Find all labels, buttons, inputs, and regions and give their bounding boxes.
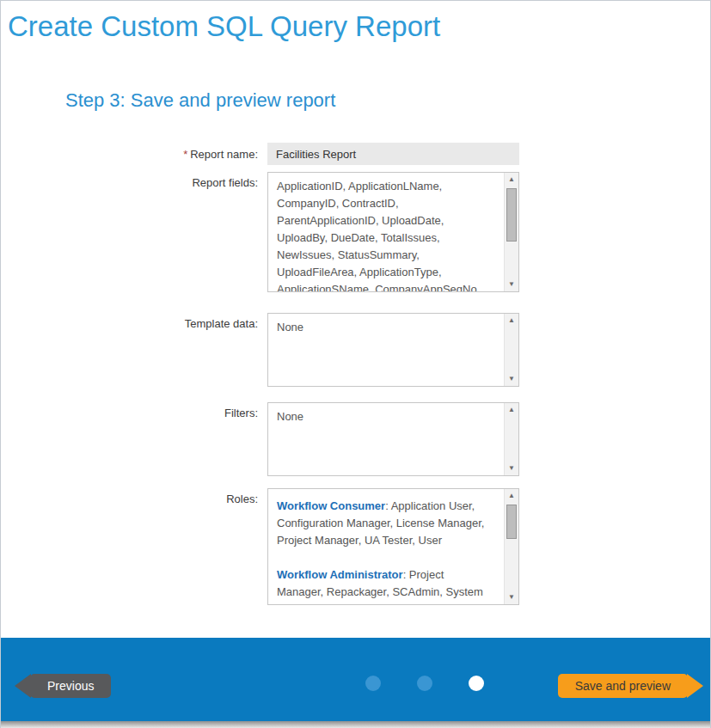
report-name-input[interactable] (267, 143, 519, 165)
roles-label: Roles: (1, 488, 267, 605)
scroll-down-icon[interactable]: ▼ (505, 462, 518, 475)
filters-box[interactable]: None ▲ ▼ (267, 402, 519, 476)
template-data-label: Template data: (1, 313, 267, 387)
report-fields-box[interactable]: ApplicationID, ApplicationLName, Company… (267, 172, 519, 292)
role-group: Workflow Administrator: Project Manager,… (277, 566, 493, 605)
step-dot (417, 676, 432, 691)
form-row-report-fields: Report fields: ApplicationID, Applicatio… (1, 172, 710, 292)
template-data-text: None (277, 319, 493, 336)
page-title: Create Custom SQL Query Report (8, 11, 710, 42)
step-heading: Step 3: Save and preview report (65, 89, 710, 112)
scroll-up-icon[interactable]: ▲ (505, 173, 518, 187)
report-name-label: Report name: (190, 148, 258, 161)
report-form: *Report name: Report fields: Application… (1, 143, 710, 605)
template-data-scrollbar[interactable]: ▲ ▼ (504, 314, 518, 386)
scrollbar-thumb[interactable] (506, 188, 517, 242)
role-group-name: Workflow Consumer (277, 499, 385, 512)
filters-label: Filters: (1, 402, 267, 476)
template-data-box[interactable]: None ▲ ▼ (267, 313, 519, 387)
roles-box[interactable]: Workflow Consumer: Application User, Con… (267, 488, 519, 605)
roles-scrollbar[interactable]: ▲ ▼ (504, 489, 518, 604)
role-group: Workflow Consumer: Application User, Con… (277, 498, 493, 549)
scroll-up-icon[interactable]: ▲ (505, 489, 518, 503)
page-bottom-shadow (1, 721, 710, 728)
form-row-filters: Filters: None ▲ ▼ (1, 402, 710, 476)
scrollbar-thumb[interactable] (506, 505, 517, 539)
form-row-report-name: *Report name: (1, 143, 710, 165)
previous-button-label: Previous (47, 679, 94, 693)
scroll-up-icon[interactable]: ▲ (505, 403, 518, 417)
previous-button[interactable]: Previous (30, 674, 111, 698)
report-fields-label: Report fields: (1, 172, 267, 292)
form-row-roles: Roles: Workflow Consumer: Application Us… (1, 488, 710, 605)
report-fields-scrollbar[interactable]: ▲ ▼ (504, 173, 518, 291)
scroll-down-icon[interactable]: ▼ (505, 590, 518, 604)
scroll-down-icon[interactable]: ▼ (505, 278, 518, 291)
step-dot (365, 676, 381, 691)
form-row-template-data: Template data: None ▲ ▼ (1, 313, 710, 387)
save-and-preview-button[interactable]: Save and preview (558, 674, 688, 698)
save-and-preview-button-label: Save and preview (575, 679, 671, 693)
step-indicator (365, 676, 484, 691)
wizard-page: Create Custom SQL Query Report Step 3: S… (0, 0, 711, 728)
report-name-label-wrap: *Report name: (1, 143, 267, 165)
required-asterisk: * (183, 148, 187, 161)
role-group-name: Workflow Administrator (277, 568, 403, 581)
step-dot (469, 676, 484, 691)
report-fields-text: ApplicationID, ApplicationLName, Company… (277, 178, 493, 292)
scroll-down-icon[interactable]: ▼ (505, 372, 518, 386)
wizard-footer: Previous Save and preview (1, 638, 710, 721)
filters-scrollbar[interactable]: ▲ ▼ (504, 403, 518, 475)
scroll-up-icon[interactable]: ▲ (505, 314, 518, 327)
filters-text: None (277, 408, 493, 425)
